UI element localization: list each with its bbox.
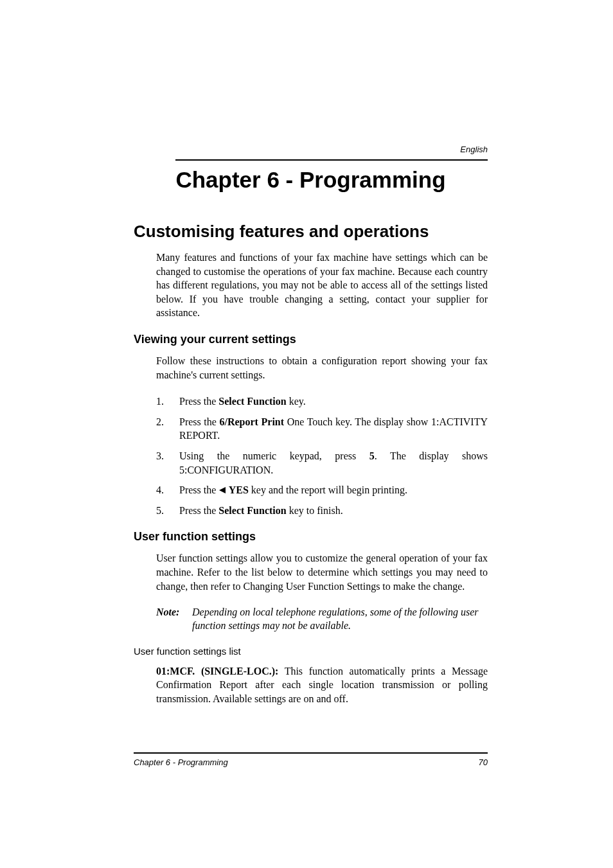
userfunc-list-title: User function settings list [134, 646, 488, 657]
step-number: 4. [156, 483, 179, 497]
step-number: 5. [156, 504, 179, 518]
section-title: Customising features and operations [134, 222, 488, 242]
step-number: 3. [156, 449, 179, 477]
viewing-title: Viewing your current settings [134, 333, 488, 346]
svg-marker-0 [219, 487, 226, 493]
step-text: Press the YES key and the report will be… [179, 483, 488, 497]
footer-page-number: 70 [479, 757, 488, 767]
page-footer: Chapter 6 - Programming 70 [134, 752, 488, 767]
list-item: 5. Press the Select Function key to fini… [156, 504, 488, 518]
note-label: Note: [156, 606, 192, 633]
list-item: 1. Press the Select Function key. [156, 394, 488, 409]
language-header: English [134, 145, 488, 154]
list-item: 2. Press the 6/Report Print One Touch ke… [156, 415, 488, 443]
step-number: 1. [156, 394, 179, 409]
note-block: Note: Depending on local telephone regul… [156, 606, 488, 633]
footer-chapter: Chapter 6 - Programming [134, 757, 228, 767]
step-text: Press the 6/Report Print One Touch key. … [179, 415, 488, 443]
userfunc-title: User function settings [134, 530, 488, 544]
step-text: Using the numeric keypad, press 5. The d… [179, 449, 488, 477]
section-intro: Many features and functions of your fax … [156, 251, 488, 320]
step-text: Press the Select Function key to finish. [179, 504, 488, 518]
chapter-title: Chapter 6 - Programming [134, 167, 488, 193]
list-item: 4. Press the YES key and the report will… [156, 483, 488, 497]
steps-list: 1. Press the Select Function key. 2. Pre… [156, 394, 488, 517]
step-text: Press the Select Function key. [179, 394, 488, 409]
left-triangle-icon [218, 486, 226, 494]
step-number: 2. [156, 415, 179, 443]
list-item: 3. Using the numeric keypad, press 5. Th… [156, 449, 488, 477]
note-text: Depending on local telephone regulations… [192, 606, 488, 633]
top-rule [175, 159, 488, 161]
viewing-intro: Follow these instructions to obtain a co… [156, 354, 488, 382]
userfunc-intro: User function settings allow you to cust… [156, 551, 488, 593]
footer-rule [134, 752, 488, 754]
userfunc-item: 01:MCF. (SINGLE-LOC.): This function aut… [156, 664, 488, 706]
